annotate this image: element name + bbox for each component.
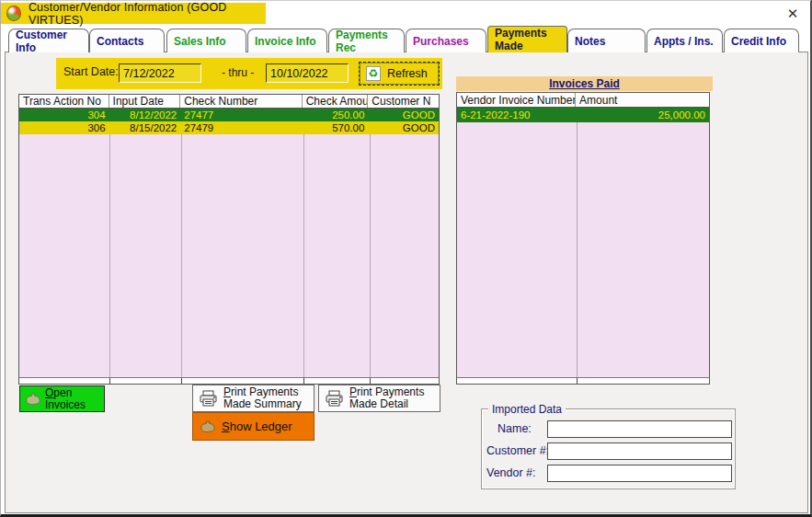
- payments-row-selected[interactable]: 304 8/12/2022 27477 250.00 GOOD: [19, 109, 439, 121]
- tab-invoice-info[interactable]: Invoice Info: [247, 29, 327, 52]
- invoices-grid-header: Vendor Invoice Number Amount: [457, 93, 709, 108]
- app-icon: [6, 6, 21, 21]
- app-window: Customer/Vendor Information (GOOD VIRTUE…: [0, 0, 812, 517]
- end-date-input[interactable]: [266, 63, 349, 83]
- print-payments-made-detail-button[interactable]: Print Payments Made Detail: [318, 385, 440, 412]
- customer-number-input[interactable]: [547, 442, 732, 460]
- tab-contacts[interactable]: Contacts: [89, 29, 165, 52]
- grid-column-line: [181, 134, 182, 377]
- printer-icon: [325, 390, 344, 408]
- refresh-button[interactable]: ♻ Refresh: [359, 62, 440, 86]
- imported-data-title: Imported Data: [488, 403, 566, 416]
- show-ledger-button[interactable]: Show Ledger: [192, 412, 315, 441]
- tab-customer-info[interactable]: Customer Info: [8, 29, 89, 52]
- col-header-check-number: Check Number: [180, 95, 302, 108]
- col-header-customer-name: Customer N: [368, 95, 439, 108]
- thru-label: - thru -: [222, 66, 254, 79]
- col-header-vendor-invoice-number: Vendor Invoice Number: [457, 93, 576, 107]
- tab-purchases[interactable]: Purchases: [406, 29, 486, 52]
- col-header-input-date: Input Date: [109, 95, 181, 108]
- grid-column-line: [303, 134, 304, 377]
- invoices-icon: [25, 393, 41, 406]
- grid-footer-strip: [19, 377, 439, 384]
- vendor-number-label: Vendor #:: [486, 466, 536, 479]
- grid-footer-strip: [457, 377, 709, 384]
- tab-credit-info[interactable]: Credit Info: [724, 29, 799, 52]
- close-icon[interactable]: ✕: [784, 6, 801, 22]
- start-date-label: Start Date:: [63, 65, 119, 78]
- ledger-icon: [200, 420, 216, 433]
- payments-grid-header: Trans Action No Input Date Check Number …: [19, 95, 439, 109]
- invoices-paid-title: Invoices Paid: [549, 77, 620, 90]
- tab-payments-made[interactable]: Payments Made: [487, 26, 567, 52]
- grid-column-line: [577, 122, 578, 377]
- payments-made-grid: Trans Action No Input Date Check Number …: [18, 94, 440, 385]
- tab-payments-rec[interactable]: Payments Rec: [328, 29, 405, 52]
- invoices-paid-header-bar: Invoices Paid: [456, 76, 713, 91]
- printer-icon: [199, 390, 218, 408]
- col-header-amount: Amount: [576, 93, 709, 107]
- tab-sales-info[interactable]: Sales Info: [166, 29, 246, 52]
- window-title: Customer/Vendor Information (GOOD VIRTUE…: [29, 1, 266, 27]
- print-payments-made-summary-button[interactable]: Print Payments Made Summary: [192, 385, 315, 412]
- vendor-number-input[interactable]: [547, 465, 732, 482]
- start-date-input[interactable]: [119, 63, 201, 83]
- grid-column-line: [370, 134, 371, 377]
- col-header-check-amount: Check Amount: [303, 95, 369, 108]
- tab-notes[interactable]: Notes: [567, 29, 646, 52]
- col-header-trans-action-no: Trans Action No: [19, 95, 109, 108]
- name-label: Name:: [497, 422, 532, 435]
- invoices-paid-grid: Vendor Invoice Number Amount 6-21-2022-1…: [456, 92, 710, 385]
- invoice-row-selected[interactable]: 6-21-2022-190 25,000.00: [457, 108, 709, 122]
- title-bar: Customer/Vendor Information (GOOD VIRTUE…: [1, 3, 266, 24]
- grid-column-line: [109, 134, 110, 377]
- refresh-icon: ♻: [366, 66, 381, 81]
- payments-row[interactable]: 306 8/15/2022 27479 570.00 GOOD: [19, 121, 439, 134]
- open-invoices-button[interactable]: Open Invoices: [19, 385, 105, 412]
- tab-appts-ins[interactable]: Appts / Ins.: [646, 29, 723, 52]
- customer-number-label: Customer #:: [486, 444, 549, 457]
- name-input[interactable]: [547, 420, 732, 438]
